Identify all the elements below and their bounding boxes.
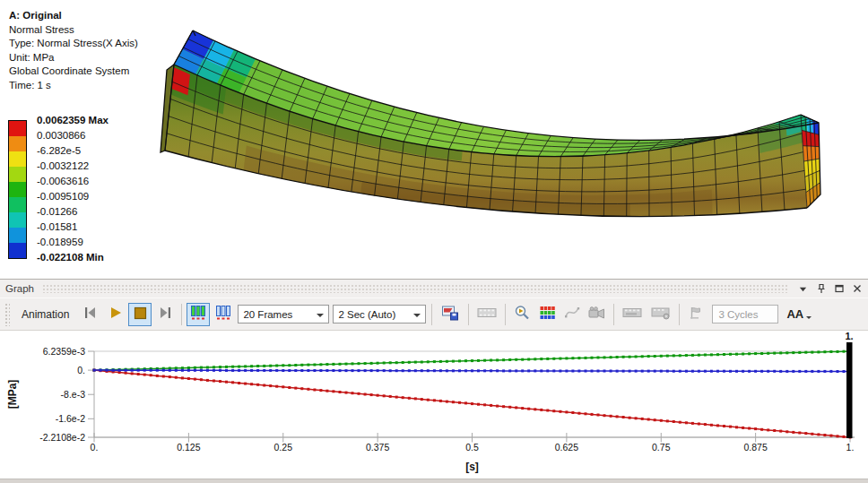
result-title: A: Original: [9, 9, 138, 23]
font-size-dropdown[interactable]: AA: [786, 307, 812, 322]
y-tick-label: -1.6e-2: [56, 413, 85, 424]
stop-icon: [134, 306, 147, 323]
legend-band: [9, 121, 26, 136]
separator: [679, 304, 680, 325]
legend-value-label: -6.282e-5: [37, 143, 81, 158]
legend-band: [9, 182, 26, 197]
maximize-icon[interactable]: [833, 283, 845, 295]
frames-dropdown-value: 20 Frames: [243, 309, 292, 320]
result-colors-button[interactable]: [535, 303, 559, 326]
blue-bars-chart-icon: [214, 305, 232, 323]
series-average: [93, 369, 852, 373]
separator: [181, 304, 182, 325]
result-unit: Unit: MPa: [9, 51, 138, 65]
legend-band: [9, 212, 26, 228]
font-size-label: AA: [786, 307, 803, 321]
x-tick-label: 0.75: [652, 442, 671, 453]
y-tick-label: 0.: [77, 365, 85, 375]
cycles-marker-button[interactable]: [684, 303, 707, 326]
x-tick-label: 0.375: [366, 442, 389, 453]
keyframe-flag-icon: [689, 306, 704, 323]
y-tick-label: -8.e-3: [61, 389, 86, 400]
separator: [431, 304, 432, 325]
x-tick-label: 0.5: [465, 442, 479, 453]
result-sets-toggle[interactable]: [187, 303, 210, 326]
graph-chart-area: 6.2359e-30.-8.e-3-1.6e-2-2.2108e-20.0.12…: [0, 331, 868, 479]
legend-band: [9, 243, 26, 258]
result-annotation: A: Original Normal Stress Type: Normal S…: [9, 9, 138, 92]
x-axis-title: [s]: [465, 461, 479, 473]
x-tick-label: 0.625: [555, 442, 578, 453]
stop-button[interactable]: [128, 303, 152, 326]
legend-value-label: -0.0032122: [37, 159, 89, 173]
x-tick-label: 0.125: [177, 442, 200, 453]
legend-band: [9, 136, 26, 151]
zoom-animation-button[interactable]: [510, 303, 534, 326]
animation-label: Animation: [22, 308, 69, 321]
animation-toolbar: Animation 20 Frames: [0, 298, 868, 331]
result-type: Type: Normal Stress(X Axis): [9, 37, 138, 51]
separator: [613, 304, 614, 325]
result-viewport[interactable]: A: Original Normal Stress Type: Normal S…: [0, 0, 868, 279]
video-camera-icon: [588, 306, 606, 323]
filmstrip-gear-icon: [651, 306, 671, 323]
x-tick-label: 0.25: [274, 442, 293, 453]
graph-panel: Graph Animation: [0, 279, 868, 483]
chevron-down-icon[interactable]: [797, 283, 809, 295]
legend-band: [9, 228, 26, 243]
legend-value-label: -0.01266: [37, 204, 77, 219]
cycles-input[interactable]: 3 Cycles: [712, 305, 778, 323]
legend-value-label: -0.0095109: [37, 189, 89, 203]
series-maximum: [93, 350, 852, 372]
filmstrip-settings-button[interactable]: [647, 303, 674, 326]
magnifier-play-icon: [514, 305, 530, 323]
filmstrip-export-icon: [622, 306, 642, 323]
legend-band: [9, 167, 26, 182]
legend-value-label: -0.022108 Min: [37, 250, 104, 264]
time-marker[interactable]: [846, 342, 853, 438]
current-time-label: 1.: [845, 331, 853, 341]
separator: [505, 304, 506, 325]
chevron-down-icon: [806, 316, 812, 322]
export-video-button[interactable]: [437, 303, 464, 326]
pin-icon[interactable]: [815, 283, 827, 295]
skip-to-start-button[interactable]: [78, 303, 101, 326]
x-tick-label: 0.875: [743, 442, 767, 453]
toolbar-grip[interactable]: [4, 303, 10, 326]
play-icon: [108, 306, 122, 323]
curve-icon: [565, 306, 580, 323]
legend-value-label: 0.0030866: [37, 128, 85, 142]
camera-button[interactable]: [586, 303, 609, 326]
duration-dropdown[interactable]: 2 Sec (Auto): [333, 305, 426, 323]
legend-value-label: -0.018959: [37, 235, 83, 249]
export-video-icon: [441, 305, 459, 323]
skip-to-end-button[interactable]: [153, 303, 177, 326]
chevron-down-icon: [317, 314, 324, 321]
result-coordinate-system: Global Coordinate System: [9, 65, 138, 79]
frames-dropdown[interactable]: 20 Frames: [238, 305, 329, 323]
play-button[interactable]: [103, 303, 126, 326]
legend-band: [9, 197, 26, 212]
y-tick-label: -2.2108e-2: [39, 432, 85, 443]
film-viewer-button[interactable]: [473, 303, 500, 326]
smooth-curve-button[interactable]: [560, 303, 584, 326]
result-time: Time: 1 s: [9, 79, 138, 93]
graph-panel-titlebar[interactable]: Graph: [0, 280, 868, 298]
stress-time-chart[interactable]: 6.2359e-30.-8.e-3-1.6e-2-2.2108e-20.0.12…: [0, 331, 868, 479]
load-steps-toggle[interactable]: [212, 303, 235, 326]
export-filmstrip-button[interactable]: [619, 303, 646, 326]
legend-value-label: 0.0062359 Max: [37, 113, 108, 127]
close-icon[interactable]: [851, 283, 863, 295]
filmstrip-icon: [477, 306, 497, 323]
series-minimum: [93, 369, 852, 439]
separator: [468, 304, 469, 325]
y-tick-label: 6.2359e-3: [43, 346, 85, 357]
legend-value-label: -0.01581: [37, 220, 77, 234]
legend-color-bar: [8, 120, 27, 259]
chevron-down-icon: [413, 314, 421, 321]
graph-panel-title: Graph: [5, 283, 34, 294]
skip-to-end-icon: [158, 306, 173, 323]
x-tick-label: 1.: [846, 442, 855, 453]
titlebar-texture: [42, 284, 789, 293]
x-tick-label: 0.: [91, 442, 99, 453]
